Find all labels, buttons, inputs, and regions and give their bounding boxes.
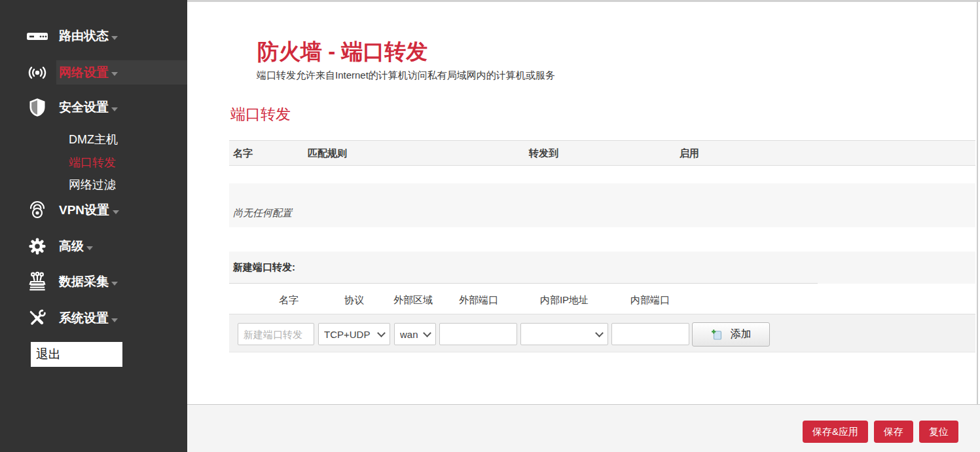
sidebar: 路由状态 网络设置 安全设置 DMZ主机 端口转发 网络过滤 VPN设置 (0, 0, 187, 452)
name-input[interactable] (238, 323, 314, 345)
table-header-row: 名字 匹配规则 转发到 启用 (229, 140, 975, 166)
form-header-protocol: 协议 (344, 294, 364, 307)
form-header-internal-port: 内部端口 (630, 294, 670, 307)
external-port-input[interactable] (439, 323, 517, 345)
sidebar-item-label: VPN设置 (59, 202, 109, 219)
sidebar-item-system-settings[interactable]: 系统设置 (0, 307, 187, 330)
top-border (187, 0, 980, 2)
sidebar-item-network-filter[interactable]: 网络过滤 (0, 175, 187, 195)
sidebar-item-label: 高级 (59, 238, 84, 255)
vpn-icon (22, 200, 52, 220)
new-forward-section: 新建端口转发: (229, 252, 975, 284)
reset-button[interactable]: 复位 (919, 421, 958, 443)
chevron-down-icon (111, 36, 118, 40)
router-icon (22, 28, 52, 44)
main-content: 防火墙 - 端口转发 端口转发允许来自Internet的计算机访问私有局域网内的… (187, 0, 980, 452)
page-title: 防火墙 - 端口转发 (257, 37, 427, 67)
section-title: 端口转发 (230, 104, 291, 124)
column-header-match-rule: 匹配规则 (308, 147, 347, 160)
sidebar-item-router-status[interactable]: 路由状态 (0, 25, 187, 47)
sidebar-item-data-collection[interactable]: 数据采集 (0, 270, 187, 293)
form-header-internal-ip: 内部IP地址 (540, 294, 589, 307)
sidebar-item-dmz-host[interactable]: DMZ主机 (0, 130, 187, 149)
column-header-enable: 启用 (680, 147, 699, 160)
sidebar-item-vpn-settings[interactable]: VPN设置 (0, 198, 187, 222)
sidebar-item-label: 系统设置 (59, 310, 109, 327)
protocol-select[interactable]: TCP+UDP (318, 323, 390, 345)
form-header-external-port: 外部端口 (459, 294, 498, 307)
tools-icon (22, 309, 52, 328)
save-button[interactable]: 保存 (874, 421, 913, 443)
column-header-forward-to: 转发到 (529, 147, 558, 160)
zone-select-wrap: wan (394, 323, 436, 345)
form-header-row: 名字 协议 外部区域 外部端口 内部IP地址 内部端口 (229, 284, 975, 314)
add-button[interactable]: 添加 (692, 322, 770, 347)
internal-ip-select-wrap (520, 323, 608, 345)
submenu-item-label: 端口转发 (69, 155, 116, 170)
new-forward-title: 新建端口转发: (233, 261, 295, 274)
internal-port-input[interactable] (611, 323, 689, 345)
page-subtitle: 端口转发允许来自Internet的计算机访问私有局域网内的计算机或服务 (257, 69, 555, 82)
chevron-down-icon (113, 210, 119, 214)
sidebar-item-label: 路由状态 (59, 28, 109, 45)
internal-ip-select[interactable] (520, 323, 608, 345)
gear-icon (22, 236, 52, 256)
shield-icon (22, 98, 52, 117)
external-zone-select[interactable]: wan (394, 323, 436, 345)
submenu-item-label: 网络过滤 (69, 177, 116, 193)
sidebar-item-label: 数据采集 (59, 273, 109, 290)
column-header-name: 名字 (233, 147, 253, 160)
sidebar-item-label: 网络设置 (59, 64, 109, 81)
chevron-down-icon (111, 72, 118, 76)
footer: 保存&应用 保存 复位 (187, 404, 980, 452)
sidebar-item-advanced[interactable]: 高级 (0, 235, 187, 258)
sidebar-item-security-settings[interactable]: 安全设置 (0, 96, 187, 119)
add-button-label: 添加 (731, 328, 752, 341)
table-empty-row: 尚无任何配置 (229, 183, 975, 227)
submenu-item-label: DMZ主机 (69, 132, 118, 147)
sidebar-item-label: 安全设置 (59, 99, 109, 116)
right-border (977, 0, 978, 452)
data-collect-icon (22, 271, 52, 292)
chevron-down-icon (111, 318, 118, 322)
protocol-select-wrap: TCP+UDP (318, 323, 390, 345)
sidebar-item-port-forwarding[interactable]: 端口转发 (0, 153, 187, 172)
wireless-icon (22, 64, 52, 82)
logout-button[interactable]: 退出 (31, 342, 122, 367)
form-input-row: TCP+UDP wan 添加 (229, 314, 975, 352)
form-header-name: 名字 (279, 294, 299, 307)
chevron-down-icon (86, 246, 93, 250)
sidebar-item-network-settings[interactable]: 网络设置 (0, 60, 187, 85)
add-page-icon (711, 329, 723, 341)
chevron-down-icon (111, 282, 118, 286)
empty-state-text: 尚无任何配置 (233, 207, 292, 219)
save-apply-button[interactable]: 保存&应用 (803, 421, 868, 443)
chevron-down-icon (111, 107, 118, 111)
form-header-external-zone: 外部区域 (393, 294, 433, 307)
